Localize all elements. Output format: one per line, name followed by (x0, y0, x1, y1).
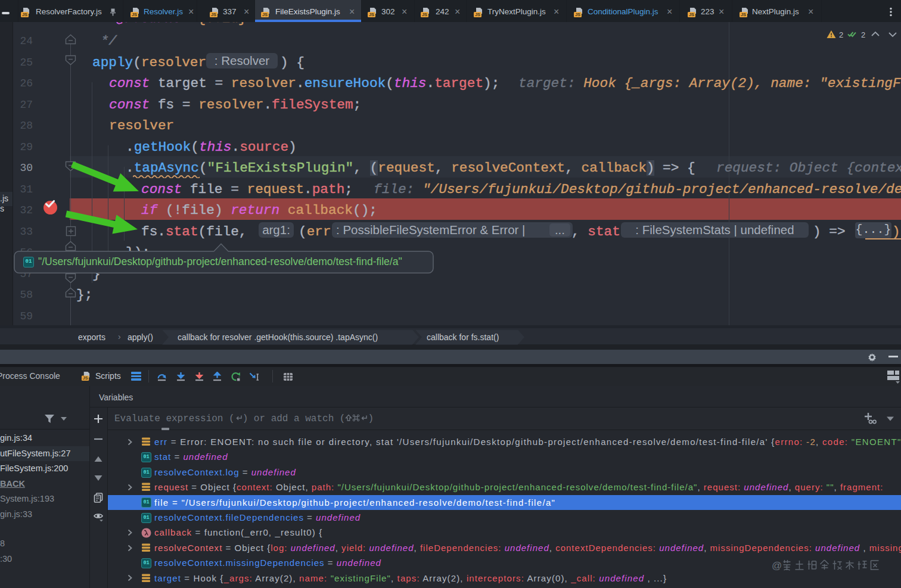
svg-text:@: @ (772, 560, 782, 571)
svg-text:JS: JS (689, 12, 694, 17)
svg-text:JS: JS (83, 376, 88, 381)
svg-text:JS: JS (211, 12, 216, 17)
svg-text:JS: JS (422, 12, 427, 17)
svg-text:JS: JS (475, 12, 480, 17)
svg-text:2: 2 (861, 30, 865, 39)
svg-text:JS: JS (262, 12, 268, 17)
svg-text:JS: JS (22, 12, 27, 17)
svg-text:2: 2 (839, 30, 843, 39)
svg-text:JS: JS (575, 12, 580, 17)
svg-text:JS: JS (132, 12, 137, 17)
svg-text:JS: JS (741, 12, 746, 17)
svg-text:JS: JS (369, 12, 374, 17)
